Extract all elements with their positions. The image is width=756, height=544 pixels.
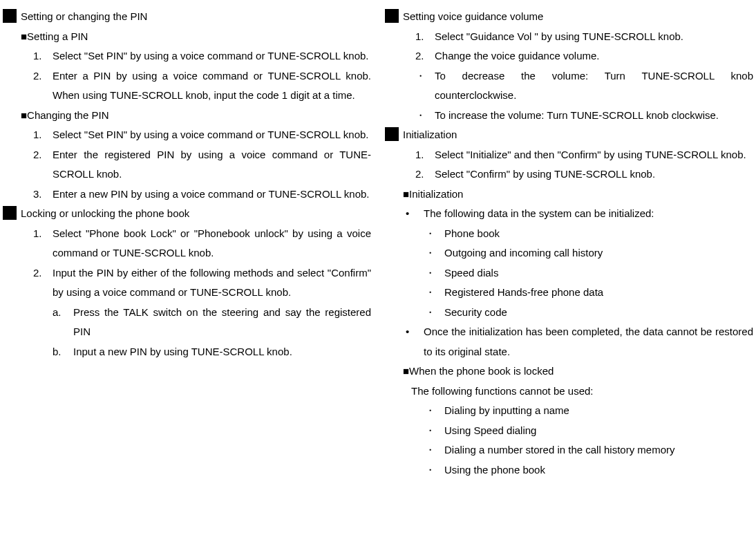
bullet-icon: ・ xyxy=(425,283,444,303)
item-text: Select "Initialize" and then "Confirm" b… xyxy=(435,145,753,165)
item-text: Using Speed dialing xyxy=(444,421,536,441)
section-title: Locking or unlocking the phone book xyxy=(21,204,189,224)
numbered-list: 1. Select "Set PIN" by using a voice com… xyxy=(3,125,371,204)
list-item: ・ Registered Hands-free phone data xyxy=(425,283,753,303)
item-text: The following data in the system can be … xyxy=(424,204,753,224)
numbered-list: 1. Select "Guidance Vol " by using TUNE-… xyxy=(385,27,753,66)
section-marker-icon xyxy=(3,9,17,23)
subsection-title: ■When the phone book is locked xyxy=(403,362,753,382)
list-item: 2. Select "Confirm" by using TUNE-SCROLL… xyxy=(415,165,753,185)
bullet-icon: ・ xyxy=(425,224,444,244)
bullet-list: ・ To decrease the volume: Turn TUNE-SCRO… xyxy=(385,66,753,126)
item-number: 2. xyxy=(415,46,435,66)
numbered-list: 1. Select "Set PIN" by using a voice com… xyxy=(3,46,371,106)
list-item: ・ To decrease the volume: Turn TUNE-SCRO… xyxy=(415,66,753,106)
list-item: ・ Outgoing and incoming call history xyxy=(425,243,753,263)
bullet-icon: ・ xyxy=(425,440,444,460)
item-number: 1. xyxy=(415,145,435,165)
item-text: Dialing by inputting a name xyxy=(444,401,569,421)
item-text: Using the phone book xyxy=(444,460,545,480)
bullet-icon: ・ xyxy=(415,66,435,106)
bullet-icon: ・ xyxy=(425,303,444,323)
item-text: Security code xyxy=(444,303,507,323)
item-text: Enter a PIN by using a voice command or … xyxy=(53,66,371,106)
right-column: Setting voice guidance volume 1. Select … xyxy=(385,7,753,480)
list-item: 1. Select "Set PIN" by using a voice com… xyxy=(33,125,371,145)
item-text: Select "Set PIN" by using a voice comman… xyxy=(53,46,371,66)
list-item: 1. Select "Guidance Vol " by using TUNE-… xyxy=(415,27,753,47)
list-item: 2. Enter the registered PIN by using a v… xyxy=(33,145,371,185)
bullet-icon: ・ xyxy=(425,421,444,441)
bullet-icon: ・ xyxy=(415,106,435,126)
section-marker-icon xyxy=(3,206,17,220)
list-item: ・ Phone book xyxy=(425,224,753,244)
subsection: ■When the phone book is locked xyxy=(385,362,753,382)
item-text: Select "Guidance Vol " by using TUNE-SCR… xyxy=(435,27,753,47)
intro-text: The following functions cannot be used: xyxy=(385,382,753,402)
item-text: To increase the volume: Turn TUNE-SCROLL… xyxy=(435,106,753,126)
list-item: • Once the initialization has been compl… xyxy=(406,322,753,362)
subsection-title: ■Setting a PIN xyxy=(21,27,371,47)
numbered-list: 1. Select "Phone book Lock" or "Phoneboo… xyxy=(3,224,371,362)
subsection-title: ■Changing the PIN xyxy=(21,106,371,126)
item-letter: a. xyxy=(53,303,73,342)
item-text: Once the initialization has been complet… xyxy=(424,322,753,362)
bullet-icon: ・ xyxy=(425,263,444,283)
item-number: 3. xyxy=(33,185,53,205)
item-text: Select "Set PIN" by using a voice comman… xyxy=(53,125,371,145)
numbered-list: 1. Select "Initialize" and then "Confirm… xyxy=(385,145,753,185)
section-title: Setting voice guidance volume xyxy=(403,7,543,27)
item-number: 1. xyxy=(33,46,53,66)
list-item: b. Input a new PIN by using TUNE-SCROLL … xyxy=(53,342,371,362)
section-header: Setting or changing the PIN xyxy=(3,7,371,27)
subsection: ■Changing the PIN xyxy=(3,106,371,126)
list-item: 2. Change the voice guidance volume. xyxy=(415,46,753,66)
item-text: Input a new PIN by using TUNE-SCROLL kno… xyxy=(73,342,371,362)
list-item: ・ Security code xyxy=(425,303,753,323)
item-text: Speed dials xyxy=(444,263,498,283)
item-text: To decrease the volume: Turn TUNE-SCROLL… xyxy=(435,66,753,106)
section-title: Setting or changing the PIN xyxy=(21,7,147,27)
list-item: 1. Select "Initialize" and then "Confirm… xyxy=(415,145,753,165)
list-item: 1. Select "Phone book Lock" or "Phoneboo… xyxy=(33,224,371,263)
item-text: Registered Hands-free phone data xyxy=(444,283,603,303)
item-number: 2. xyxy=(415,165,435,185)
left-column: Setting or changing the PIN ■Setting a P… xyxy=(3,7,371,480)
section-marker-icon xyxy=(385,127,399,141)
section-header: Locking or unlocking the phone book xyxy=(3,204,371,224)
list-item: 1. Select "Set PIN" by using a voice com… xyxy=(33,46,371,66)
bullet-icon: ・ xyxy=(425,460,444,480)
lettered-list: a. Press the TALK switch on the steering… xyxy=(33,303,371,362)
item-text: Change the voice guidance volume. xyxy=(435,46,753,66)
item-text: Enter the registered PIN by using a voic… xyxy=(53,145,371,185)
dot-bullet-list: • The following data in the system can b… xyxy=(385,204,753,362)
item-text: Phone book xyxy=(444,224,500,244)
section-title: Initialization xyxy=(403,125,457,145)
bullet-icon: • xyxy=(406,204,424,224)
item-text: Press the TALK switch on the steering an… xyxy=(73,303,371,342)
list-item: 2. Enter a PIN by using a voice command … xyxy=(33,66,371,106)
item-text: Outgoing and incoming call history xyxy=(444,243,603,263)
item-text: Input the PIN by either of the following… xyxy=(53,263,371,303)
bullet-icon: • xyxy=(406,322,424,362)
item-number: 1. xyxy=(33,224,53,263)
bullet-icon: ・ xyxy=(425,401,444,421)
subsection: ■Initialization xyxy=(385,185,753,205)
list-item: ・ Using Speed dialing xyxy=(425,421,753,441)
list-item: ・ To increase the volume: Turn TUNE-SCRO… xyxy=(415,106,753,126)
item-text: Select "Phone book Lock" or "Phonebook u… xyxy=(53,224,371,263)
document-container: Setting or changing the PIN ■Setting a P… xyxy=(3,7,753,480)
sub-bullet-list: ・ Phone book ・ Outgoing and incoming cal… xyxy=(406,224,753,323)
section-header: Setting voice guidance volume xyxy=(385,7,753,27)
sub-bullet-list: ・ Dialing by inputting a name ・ Using Sp… xyxy=(385,401,753,480)
item-number: 2. xyxy=(33,66,53,106)
item-number: 1. xyxy=(415,27,435,47)
item-letter: b. xyxy=(53,342,73,362)
list-item: • The following data in the system can b… xyxy=(406,204,753,224)
list-item: ・ Dialing by inputting a name xyxy=(425,401,753,421)
list-item: ・ Using the phone book xyxy=(425,460,753,480)
list-item: ・ Speed dials xyxy=(425,263,753,283)
subsection-title: ■Initialization xyxy=(403,185,753,205)
item-number: 2. xyxy=(33,145,53,185)
list-item: 3. Enter a new PIN by using a voice comm… xyxy=(33,185,371,205)
